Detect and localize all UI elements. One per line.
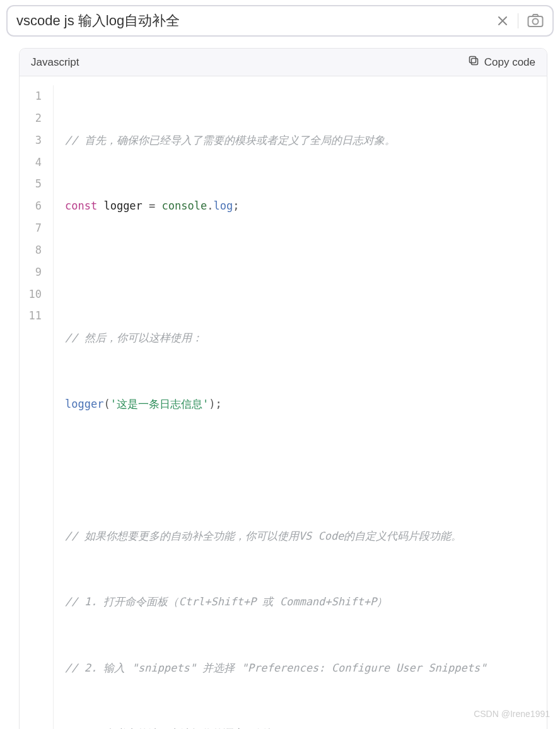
- divider: [518, 13, 518, 28]
- svg-point-1: [533, 19, 539, 25]
- search-input[interactable]: [16, 13, 496, 29]
- copy-icon: [468, 55, 479, 69]
- svg-rect-2: [471, 59, 477, 65]
- code-content[interactable]: // 首先，确保你已经导入了需要的模块或者定义了全局的日志对象。 const l…: [54, 85, 543, 729]
- code-block-javascript: Javascript Copy code 1234567891011 // 首先…: [19, 48, 547, 729]
- watermark: CSDN @Irene1991: [474, 709, 550, 719]
- camera-icon[interactable]: [527, 14, 544, 28]
- search-bar: [6, 5, 554, 37]
- copy-code-label: Copy code: [484, 56, 535, 69]
- svg-rect-0: [528, 16, 543, 27]
- code-header: Javascript Copy code: [20, 49, 547, 76]
- code-language-label: Javascript: [31, 56, 79, 69]
- close-icon[interactable]: [496, 15, 509, 27]
- svg-rect-3: [469, 57, 475, 63]
- copy-code-button[interactable]: Copy code: [468, 55, 535, 69]
- line-numbers: 1234567891011: [20, 85, 54, 729]
- code-body: 1234567891011 // 首先，确保你已经导入了需要的模块或者定义了全局…: [20, 76, 547, 729]
